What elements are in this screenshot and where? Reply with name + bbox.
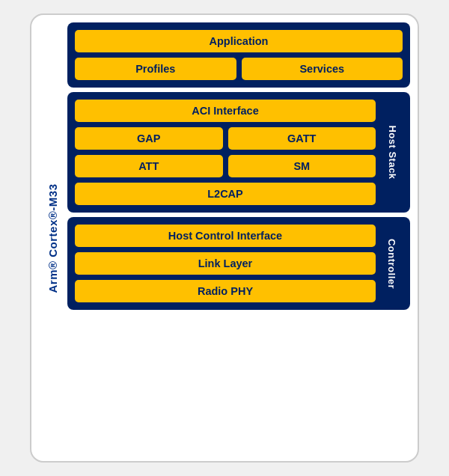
att-sm-row: ATT SM: [75, 155, 376, 177]
section-application: Application Profiles Services: [67, 22, 410, 88]
l2cap-box: L2CAP: [75, 183, 376, 205]
controller-label-container: Controller: [382, 225, 403, 302]
host-stack-label: Host Stack: [387, 125, 398, 179]
host-stack-label-container: Host Stack: [382, 100, 403, 205]
gap-box: GAP: [75, 127, 223, 150]
gap-gatt-row: GAP GATT: [75, 127, 376, 150]
profiles-box: Profiles: [75, 58, 236, 80]
section-controller: Host Control Interface Link Layer Radio …: [67, 217, 410, 310]
main-wrapper: Arm® Cortex®-M33 Application Profiles Se…: [39, 22, 410, 454]
sm-box: SM: [228, 155, 376, 177]
arm-cortex-label: Arm® Cortex®-M33: [47, 183, 60, 293]
section-application-inner: Application Profiles Services: [75, 30, 403, 80]
arm-label-container: Arm® Cortex®-M33: [39, 22, 67, 454]
link-layer-box: Link Layer: [75, 252, 376, 275]
outer-container: Arm® Cortex®-M33 Application Profiles Se…: [30, 13, 419, 463]
host-control-interface-box: Host Control Interface: [75, 225, 376, 247]
att-box: ATT: [75, 155, 223, 177]
sections-column: Application Profiles Services ACI Interf…: [67, 22, 410, 454]
application-box: Application: [75, 30, 403, 52]
section-host-inner: ACI Interface GAP GATT ATT SM L2CAP: [75, 100, 376, 205]
aci-interface-box: ACI Interface: [75, 100, 376, 122]
radio-phy-box: Radio PHY: [75, 280, 376, 302]
gatt-box: GATT: [228, 127, 376, 150]
controller-label: Controller: [387, 238, 398, 288]
section-host-stack: ACI Interface GAP GATT ATT SM L2CAP Host…: [67, 92, 410, 213]
section-controller-inner: Host Control Interface Link Layer Radio …: [75, 225, 376, 302]
profiles-services-row: Profiles Services: [75, 58, 403, 80]
services-box: Services: [242, 58, 403, 80]
